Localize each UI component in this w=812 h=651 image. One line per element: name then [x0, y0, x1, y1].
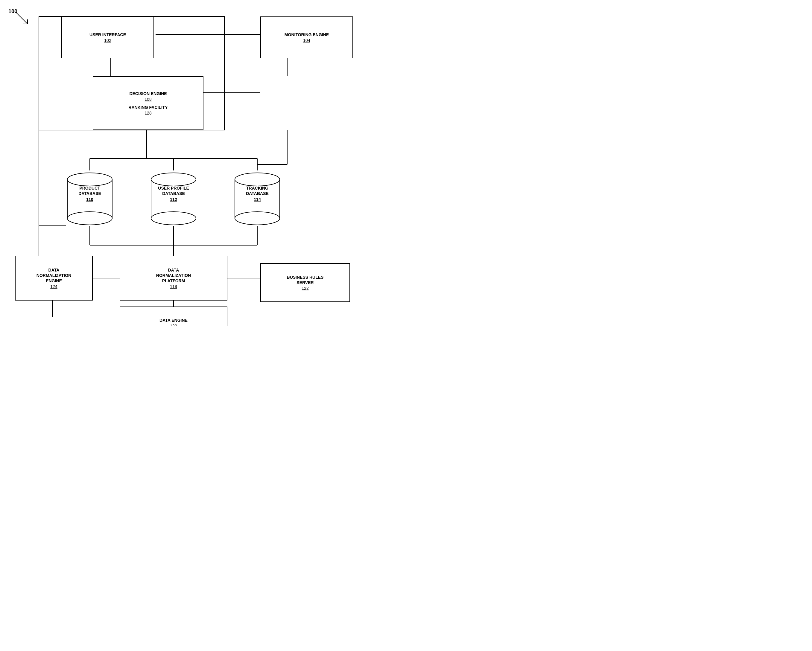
data-normalization-engine-box: DATANORMALIZATIONENGINE 124 [15, 256, 93, 300]
data-engine-number: 120 [170, 323, 177, 326]
data-normalization-engine-label: DATANORMALIZATIONENGINE [37, 267, 71, 284]
user-interface-label: USER INTERFACE [90, 32, 126, 37]
ranking-facility-number: 128 [145, 111, 151, 116]
business-rules-server-box: BUSINESS RULESSERVER 122 [260, 263, 350, 302]
decision-engine-label: DECISION ENGINE [129, 91, 166, 96]
decision-engine-box: DECISION ENGINE 108 RANKING FACILITY 128 [93, 76, 203, 130]
monitoring-engine-box: MONITORING ENGINE 104 [260, 17, 353, 58]
svg-point-36 [151, 173, 196, 186]
monitoring-engine-label: MONITORING ENGINE [284, 32, 329, 37]
svg-line-0 [15, 12, 27, 24]
business-rules-server-label: BUSINESS RULESSERVER [287, 274, 324, 285]
decision-engine-number: 108 [145, 97, 151, 102]
user-interface-box: USER INTERFACE 102 [61, 17, 154, 58]
data-normalization-platform-box: DATANORMALIZATIONPLATFORM 118 [120, 256, 227, 300]
svg-point-39 [235, 173, 280, 186]
data-engine-box: DATA ENGINE 120 [120, 306, 227, 326]
ranking-facility-label: RANKING FACILITY [128, 105, 168, 110]
tracking-database-cylinder: TRACKINGDATABASE 114 [223, 171, 292, 226]
data-engine-label: DATA ENGINE [159, 317, 188, 323]
svg-point-35 [151, 212, 196, 225]
data-normalization-platform-number: 118 [170, 284, 177, 289]
svg-point-32 [67, 212, 112, 225]
product-database-cylinder: PRODUCTDATABASE 110 [55, 171, 124, 226]
diagram: 100 [0, 0, 406, 326]
monitoring-engine-number: 104 [303, 38, 310, 43]
ref-arrow [12, 9, 31, 27]
business-rules-server-number: 122 [302, 286, 308, 291]
svg-point-38 [235, 212, 280, 225]
data-normalization-engine-number: 124 [50, 284, 57, 289]
svg-point-33 [67, 173, 112, 186]
user-interface-number: 102 [104, 38, 111, 43]
data-normalization-platform-label: DATANORMALIZATIONPLATFORM [156, 267, 191, 284]
user-profile-database-cylinder: USER PROFILEDATABASE 112 [139, 171, 208, 226]
